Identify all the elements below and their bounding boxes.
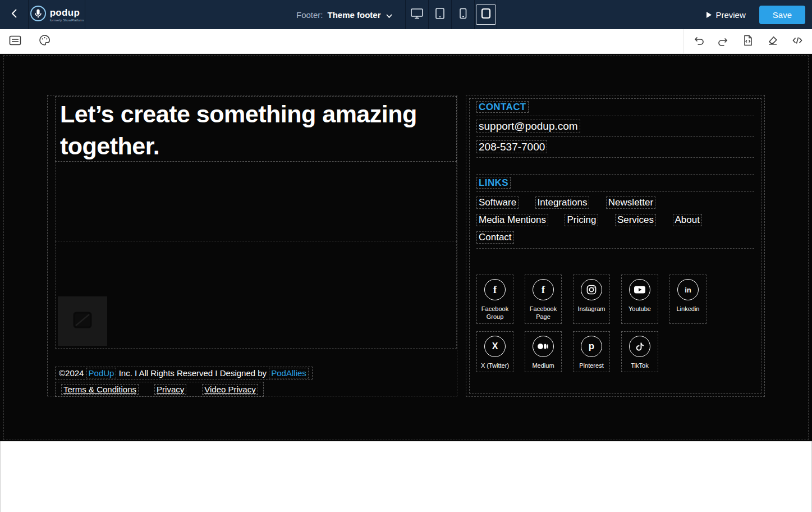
editor-toolbar [0,29,812,54]
responsive-icon [480,7,492,22]
device-desktop-button[interactable] [405,0,428,29]
footer-link-about[interactable]: About [673,214,702,226]
page-body-below-footer [0,441,812,512]
code-editor-button[interactable] [785,30,810,54]
eraser-button[interactable] [760,30,785,54]
device-mobile-button[interactable] [451,0,474,29]
facebook-page-icon: f [533,279,554,300]
podup-logo[interactable]: podup formerly ShowPlatform [28,0,85,29]
device-preview-switcher [405,0,497,29]
toolbar-left-group [0,31,55,52]
preview-button[interactable]: Preview [707,10,745,20]
top-bar: podup formerly ShowPlatform Footer: Them… [0,0,812,29]
footer-link-software[interactable]: Software [476,196,519,209]
file-code-icon [742,35,754,48]
contact-phone[interactable]: 208-537-7000 [476,140,547,153]
footer-right-column: CONTACT support@podup.com 208-537-7000 L… [466,95,765,397]
links-title-row: LINKS [476,175,754,192]
mobile-icon [457,7,469,22]
save-button[interactable]: Save [759,6,805,24]
pinterest-icon: p [581,336,602,357]
youtube-icon [629,279,650,300]
instagram-icon [581,279,602,300]
preview-label: Preview [715,10,745,20]
privacy-link[interactable]: Privacy [154,384,186,395]
medium-link[interactable]: Medium [525,331,562,372]
video-privacy-link[interactable]: Video Privacy [202,384,258,395]
empty-row [476,158,754,175]
redo-icon [718,36,729,47]
contact-email[interactable]: support@podup.com [476,120,580,132]
footer-link-newsletter[interactable]: Newsletter [606,196,655,209]
podup-logo-text: podup formerly ShowPlatform [50,8,84,22]
tablet-icon [434,7,446,22]
linkedin-link[interactable]: in Linkedin [669,275,707,324]
footer-link-services[interactable]: Services [615,214,656,226]
tiktok-link[interactable]: TikTok [621,331,658,372]
footer-link-media-mentions[interactable]: Media Mentions [476,214,548,226]
links-title[interactable]: LINKS [476,177,511,189]
footer-link-contact[interactable]: Contact [476,231,514,244]
pinterest-link[interactable]: p Pinterest [573,331,610,372]
theme-palette-button[interactable] [34,31,55,52]
footer-selector: Footer: Theme footer [296,0,392,29]
facebook-group-icon: f [484,279,506,300]
footer-heading[interactable]: Let’s create something amazing together. [55,96,457,162]
topbar-actions: Preview Save [707,0,805,29]
footer-link-integrations[interactable]: Integrations [535,196,590,209]
broken-image-icon [71,309,94,333]
copyright-prefix: ©2024 [59,368,86,378]
toolbar-right-group [683,29,812,54]
footer-link-pricing[interactable]: Pricing [565,214,598,226]
podallies-link[interactable]: PodAllies [269,368,309,378]
footer-label: Footer: [296,10,323,20]
facebook-page-link[interactable]: f Facebook Page [525,275,562,324]
podup-link[interactable]: PodUp [86,368,117,378]
social-row-2: X X (Twitter) Medium p Pinterest [476,331,754,372]
eraser-icon [767,35,778,48]
copyright-middle: Inc. I All Rights Reserved I Designed by [116,368,269,378]
contact-title-row: CONTACT [476,99,754,116]
footer-select-value: Theme footer [328,10,381,20]
footer-links-block: Software Integrations Newsletter Media M… [476,192,754,249]
copyright-line[interactable]: ©2024 PodUp Inc. I All Rights Reserved I… [55,367,313,380]
undo-icon [693,35,704,48]
play-icon [707,10,712,20]
back-chevron-icon [11,8,17,21]
instagram-link[interactable]: Instagram [573,275,610,324]
desktop-icon [410,7,424,22]
legal-links-row: Terms & Conditions Privacy Video Privacy [55,382,264,397]
youtube-link[interactable]: Youtube [621,275,658,324]
terms-conditions-link[interactable]: Terms & Conditions [61,384,139,395]
back-button[interactable] [0,0,28,29]
media-block [55,241,457,349]
tiktok-icon [629,336,650,357]
snippets-button[interactable] [736,30,760,54]
palette-icon [39,34,51,48]
image-placeholder[interactable] [58,296,107,346]
empty-block [55,162,457,241]
chevron-down-icon [386,10,392,20]
panels-button[interactable] [4,31,26,52]
x-twitter-icon: X [484,336,506,357]
x-twitter-link[interactable]: X X (Twitter) [476,331,513,372]
editor-canvas: Let’s create something amazing together.… [0,54,812,441]
contact-title[interactable]: CONTACT [476,101,529,113]
contact-phone-row: 208-537-7000 [476,137,754,158]
code-icon [792,35,802,48]
linkedin-icon: in [677,279,699,300]
footer-left-column: Let’s create something amazing together.… [47,95,457,396]
footer-select-dropdown[interactable]: Theme footer [328,10,392,20]
device-selected-indicator [476,4,496,25]
undo-button[interactable] [686,30,711,54]
facebook-group-link[interactable]: f Facebook Group [476,275,513,324]
panels-icon [9,35,21,48]
redo-button[interactable] [711,30,736,54]
social-row-1: f Facebook Group f Facebook Page In [476,275,754,324]
social-icons-block: f Facebook Group f Facebook Page In [476,249,754,372]
device-responsive-button[interactable] [474,0,497,29]
device-tablet-button[interactable] [428,0,451,29]
medium-icon [533,336,554,357]
footer-right-inner: CONTACT support@podup.com 208-537-7000 L… [469,98,761,394]
podup-logo-mark-icon [30,5,47,24]
